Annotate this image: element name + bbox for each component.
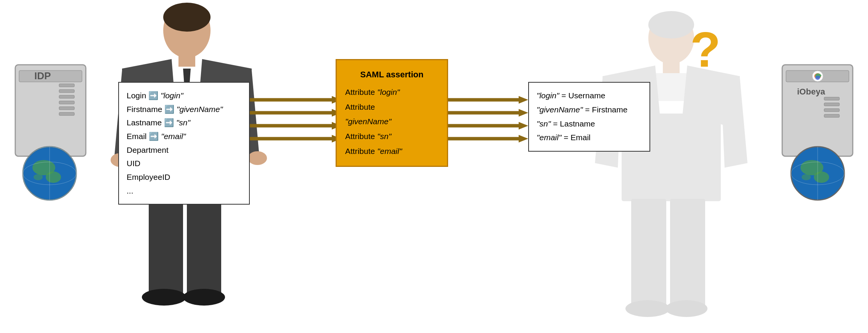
svg-marker-71 bbox=[519, 109, 528, 117]
svg-marker-54 bbox=[721, 78, 747, 168]
svg-rect-6 bbox=[59, 101, 74, 104]
svg-point-45 bbox=[183, 289, 225, 306]
attr-employeeid: EmployeeID bbox=[127, 170, 241, 184]
svg-point-28 bbox=[791, 162, 844, 185]
svg-rect-8 bbox=[59, 112, 74, 115]
svg-point-9 bbox=[23, 147, 76, 200]
svg-text:iObeya: iObeya bbox=[797, 87, 825, 96]
svg-point-30 bbox=[163, 3, 211, 58]
svg-rect-55 bbox=[631, 199, 666, 307]
mapping-email: "email" = Email bbox=[537, 131, 642, 145]
diagram-scene: IDP iObeya bbox=[0, 0, 868, 333]
saml-assertion-box: SAML assertion Attribute "login" Attribu… bbox=[336, 59, 448, 167]
svg-rect-20 bbox=[824, 97, 839, 100]
svg-rect-4 bbox=[59, 90, 74, 93]
attr-more: ... bbox=[127, 184, 241, 198]
attr-login: Login ➡️ "login" bbox=[127, 89, 241, 102]
svg-rect-17 bbox=[786, 70, 849, 82]
svg-rect-42 bbox=[149, 189, 183, 295]
svg-rect-32 bbox=[178, 53, 195, 69]
svg-rect-21 bbox=[824, 103, 839, 106]
svg-marker-51 bbox=[683, 66, 740, 130]
svg-rect-7 bbox=[59, 107, 74, 110]
svg-point-12 bbox=[46, 171, 61, 183]
mapping-login: "login" = Username bbox=[537, 89, 642, 103]
saml-attr-login: Attribute "login" bbox=[345, 85, 439, 100]
saml-attr-givenname-value: "givenName" bbox=[345, 114, 439, 129]
attr-department: Department bbox=[127, 143, 241, 157]
svg-point-44 bbox=[142, 289, 186, 306]
svg-rect-1 bbox=[19, 70, 82, 82]
svg-marker-73 bbox=[519, 122, 528, 130]
svg-point-31 bbox=[163, 3, 211, 32]
svg-point-13 bbox=[34, 174, 43, 180]
svg-point-27 bbox=[802, 174, 811, 180]
attr-email: Email ➡️ "email" bbox=[127, 130, 241, 143]
svg-rect-22 bbox=[824, 109, 839, 112]
attr-lastname: Lastname ➡️ "sn" bbox=[127, 116, 241, 130]
mapping-givenname: "givenName" = Firstname bbox=[537, 103, 642, 117]
svg-point-18 bbox=[812, 71, 823, 82]
svg-point-26 bbox=[814, 171, 829, 183]
svg-point-14 bbox=[23, 162, 76, 185]
mapping-sn: "sn" = Lastname bbox=[537, 117, 642, 131]
svg-point-46 bbox=[648, 12, 694, 64]
svg-point-10 bbox=[23, 147, 76, 200]
saml-attr-email: Attribute "email" bbox=[345, 144, 439, 159]
svg-point-25 bbox=[800, 160, 823, 175]
svg-rect-43 bbox=[187, 189, 221, 295]
svg-point-47 bbox=[648, 11, 694, 38]
svg-marker-75 bbox=[519, 135, 528, 142]
svg-marker-69 bbox=[519, 96, 528, 104]
svg-rect-3 bbox=[59, 84, 74, 87]
svg-point-24 bbox=[791, 147, 844, 200]
svg-point-57 bbox=[625, 300, 670, 317]
svg-point-58 bbox=[665, 300, 707, 317]
idp-attributes-box: Login ➡️ "login" Firstname ➡️ "givenName… bbox=[118, 82, 250, 205]
saml-attr-givenname: Attribute bbox=[345, 100, 439, 115]
svg-rect-23 bbox=[824, 114, 839, 117]
saml-attr-sn: Attribute "sn" bbox=[345, 129, 439, 144]
svg-rect-16 bbox=[782, 65, 853, 156]
svg-rect-5 bbox=[59, 95, 74, 98]
svg-text:?: ? bbox=[690, 22, 720, 77]
attr-firstname: Firstname ➡️ "givenName" bbox=[127, 102, 241, 116]
svg-rect-0 bbox=[15, 65, 86, 156]
saml-title: SAML assertion bbox=[345, 67, 439, 83]
sp-mapping-box: "login" = Username "givenName" = Firstna… bbox=[528, 82, 650, 152]
svg-text:IDP: IDP bbox=[34, 70, 51, 82]
svg-point-41 bbox=[248, 151, 267, 165]
svg-rect-56 bbox=[670, 199, 705, 307]
svg-rect-48 bbox=[663, 60, 680, 75]
attr-uid: UID bbox=[127, 157, 241, 170]
svg-point-11 bbox=[32, 160, 55, 175]
svg-marker-49 bbox=[650, 73, 692, 101]
